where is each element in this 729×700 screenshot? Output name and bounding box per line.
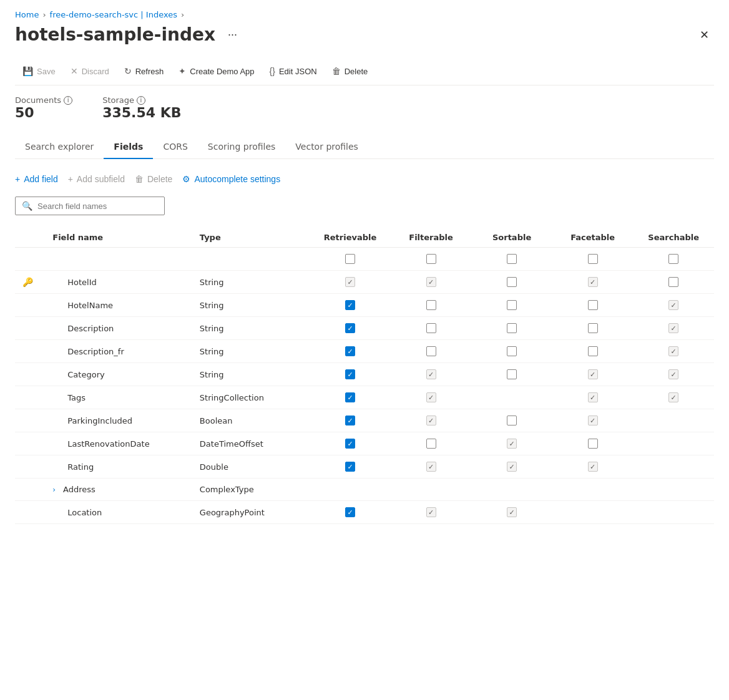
type-cell: Boolean — [192, 409, 310, 432]
LastRenovationDate-filterable-cb[interactable] — [426, 439, 436, 449]
Rating-filterable-cb[interactable]: ✓ — [426, 462, 436, 472]
Category-searchable-cb[interactable]: ✓ — [668, 369, 678, 379]
HotelName-searchable-cb[interactable]: ✓ — [668, 300, 678, 310]
Tags-retrievable-cb[interactable]: ✓ — [345, 392, 355, 402]
HotelId-sortable-cb[interactable] — [507, 277, 517, 287]
header-facetable-cb[interactable] — [588, 254, 598, 264]
Rating-sortable-cb[interactable]: ✓ — [507, 462, 517, 472]
LastRenovationDate-sortable-cb[interactable]: ✓ — [507, 439, 517, 449]
add-field-button[interactable]: + Add field — [15, 172, 58, 187]
delete-button[interactable]: 🗑 Delete — [325, 62, 376, 80]
LastRenovationDate-facetable-cb[interactable] — [588, 439, 598, 449]
refresh-button[interactable]: ↻ Refresh — [117, 62, 172, 80]
HotelId-searchable-cb[interactable] — [668, 277, 678, 287]
HotelId-filterable-cb[interactable]: ✓ — [426, 277, 436, 287]
HotelName-facetable-cb[interactable] — [588, 300, 598, 310]
field-name: Description_fr — [67, 347, 124, 356]
Description_fr-sortable-cb[interactable] — [507, 346, 517, 356]
key-cell — [15, 432, 45, 455]
Category-facetable-cb[interactable]: ✓ — [588, 369, 598, 379]
key-cell — [15, 386, 45, 409]
header-filterable-cb[interactable] — [426, 254, 436, 264]
HotelId-facetable-cb[interactable]: ✓ — [588, 277, 598, 287]
retrievable-cell — [310, 479, 391, 501]
field-name-cell: HotelName — [45, 294, 192, 317]
sortable-cell: ✓ — [471, 432, 552, 455]
table-row: TagsStringCollection✓✓✓✓ — [15, 386, 714, 409]
header-sortable-cb[interactable] — [507, 254, 517, 264]
searchable-cell — [633, 409, 714, 432]
Rating-retrievable-cb[interactable]: ✓ — [345, 462, 355, 472]
more-options-button[interactable]: ··· — [223, 26, 242, 44]
HotelId-retrievable-cb[interactable]: ✓ — [345, 277, 355, 287]
edit-json-button[interactable]: {} Edit JSON — [262, 62, 325, 80]
tab-search-explorer[interactable]: Search explorer — [15, 135, 104, 159]
HotelName-sortable-cb[interactable] — [507, 300, 517, 310]
ParkingIncluded-sortable-cb[interactable] — [507, 416, 517, 425]
Category-filterable-cb[interactable]: ✓ — [426, 369, 436, 379]
delete-icon: 🗑 — [332, 66, 341, 76]
breadcrumb-sep2: › — [181, 10, 184, 19]
Description-filterable-cb[interactable] — [426, 323, 436, 333]
fields-delete-button[interactable]: 🗑 Delete — [135, 172, 172, 187]
field-name: Address — [63, 485, 95, 494]
Rating-facetable-cb[interactable]: ✓ — [588, 462, 598, 472]
header-retrievable-cb[interactable] — [345, 254, 355, 264]
facetable-cell — [552, 317, 634, 340]
autocomplete-settings-button[interactable]: ⚙ Autocomplete settings — [182, 172, 280, 187]
header-searchable-cb[interactable] — [668, 254, 678, 264]
type-cell: DateTimeOffset — [192, 432, 310, 455]
table-row: HotelNameString✓✓ — [15, 294, 714, 317]
breadcrumb-service[interactable]: free-demo-search-svc | Indexes — [50, 10, 177, 19]
documents-label: Documents i — [15, 95, 72, 105]
Description_fr-facetable-cb[interactable] — [588, 346, 598, 356]
Location-filterable-cb[interactable]: ✓ — [426, 507, 436, 517]
tab-scoring-profiles[interactable]: Scoring profiles — [198, 135, 286, 159]
discard-icon: ✕ — [71, 66, 78, 76]
title-bar: hotels-sample-index ··· ✕ — [15, 24, 714, 45]
Category-sortable-cb[interactable] — [507, 369, 517, 379]
Tags-searchable-cb[interactable]: ✓ — [668, 392, 678, 402]
storage-info-icon[interactable]: i — [137, 96, 145, 105]
add-subfield-button[interactable]: + Add subfield — [68, 172, 125, 187]
tab-vector-profiles[interactable]: Vector profiles — [285, 135, 368, 159]
retrievable-cell: ✓ — [310, 340, 391, 363]
LastRenovationDate-retrievable-cb[interactable]: ✓ — [345, 439, 355, 449]
save-button[interactable]: 💾 Save — [15, 62, 63, 80]
field-name: Rating — [67, 462, 94, 472]
Description-facetable-cb[interactable] — [588, 323, 598, 333]
Description-sortable-cb[interactable] — [507, 323, 517, 333]
Description-retrievable-cb[interactable]: ✓ — [345, 323, 355, 333]
close-button[interactable]: ✕ — [695, 26, 714, 44]
Description_fr-filterable-cb[interactable] — [426, 346, 436, 356]
Description_fr-searchable-cb[interactable]: ✓ — [668, 346, 678, 356]
Location-retrievable-cb[interactable]: ✓ — [345, 507, 355, 517]
create-demo-button[interactable]: ✦ Create Demo App — [171, 62, 262, 80]
ParkingIncluded-facetable-cb[interactable]: ✓ — [588, 416, 598, 425]
facetable-cell: ✓ — [552, 386, 634, 409]
Description-searchable-cb[interactable]: ✓ — [668, 323, 678, 333]
Location-sortable-cb[interactable]: ✓ — [507, 507, 517, 517]
tab-cors[interactable]: CORS — [153, 135, 197, 159]
table-row: 🔑HotelIdString✓✓✓ — [15, 271, 714, 294]
breadcrumb-home[interactable]: Home — [15, 10, 39, 19]
Category-retrievable-cb[interactable]: ✓ — [345, 369, 355, 379]
col-facetable: Facetable — [552, 228, 634, 248]
field-name-cell: Description_fr — [45, 340, 192, 363]
Description_fr-retrievable-cb[interactable]: ✓ — [345, 346, 355, 356]
ParkingIncluded-filterable-cb[interactable]: ✓ — [426, 416, 436, 425]
HotelName-filterable-cb[interactable] — [426, 300, 436, 310]
Tags-filterable-cb[interactable]: ✓ — [426, 392, 436, 402]
tab-fields[interactable]: Fields — [104, 135, 153, 159]
Tags-facetable-cb[interactable]: ✓ — [588, 392, 598, 402]
documents-info-icon[interactable]: i — [64, 96, 72, 105]
expand-icon[interactable]: › — [52, 485, 56, 494]
search-input[interactable] — [37, 202, 158, 211]
HotelName-retrievable-cb[interactable]: ✓ — [345, 300, 355, 310]
ParkingIncluded-retrievable-cb[interactable]: ✓ — [345, 416, 355, 425]
searchable-cell: ✓ — [633, 363, 714, 386]
col-searchable: Searchable — [633, 228, 714, 248]
type-cell: String — [192, 340, 310, 363]
discard-button[interactable]: ✕ Discard — [63, 62, 117, 80]
key-cell — [15, 479, 45, 501]
